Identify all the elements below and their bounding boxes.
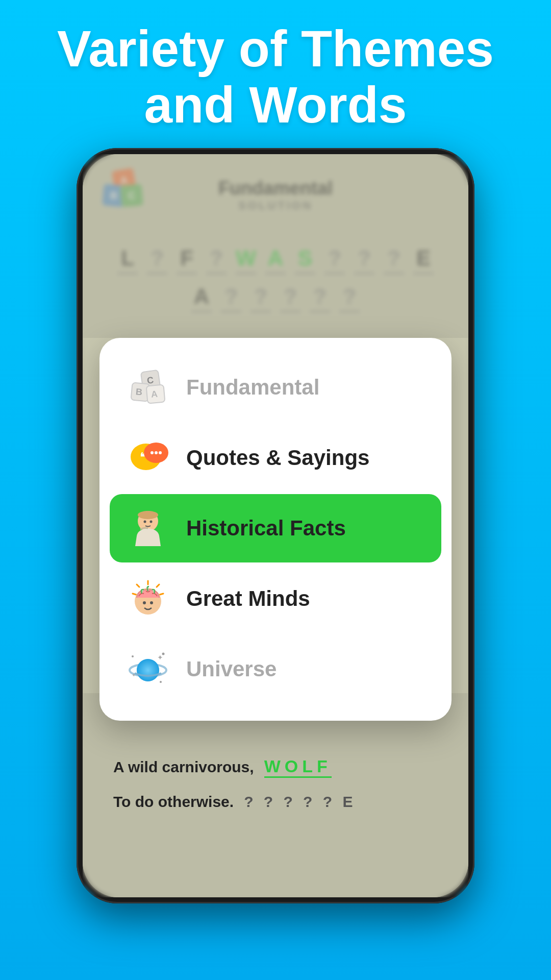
svg-point-17 [150,521,153,523]
clue-1: A wild carnivorous, [113,758,254,776]
header-title: Variety of Themes and Words [57,20,494,133]
historical-icon [125,505,171,551]
menu-item-fundamental[interactable]: C B A Fundamental [110,353,441,422]
svg-point-11 [151,451,154,454]
blur-overlay-bottom: A wild carnivorous, WOLF To do otherwise… [83,693,468,897]
clue-2: To do otherwise. [113,793,234,811]
svg-line-22 [133,594,136,595]
answer-2: ? ? ? ? ? E [244,793,356,811]
theme-menu-modal: C B A Fundamental ❝ [99,338,452,721]
svg-point-24 [143,601,146,604]
universe-label: Universe [186,657,277,681]
bottom-row-2: To do otherwise. ? ? ? ? ? E [113,793,438,811]
historical-label: Historical Facts [186,516,346,541]
menu-item-quotes[interactable]: ❝ Quotes & Sayings [110,424,441,492]
fundamental-icon: C B A [125,364,171,410]
great-minds-icon [125,576,171,622]
svg-point-25 [150,601,153,604]
svg-point-31 [137,659,159,681]
answer-1: WOLF [264,756,332,778]
universe-icon: ✦ ✦ [125,646,171,692]
quotes-label: Quotes & Sayings [186,446,369,470]
svg-point-15 [138,511,158,519]
menu-item-great-minds[interactable]: Great Minds [110,565,441,633]
svg-line-19 [157,584,159,587]
bottom-words: A wild carnivorous, WOLF To do otherwise… [83,746,468,836]
great-minds-label: Great Minds [186,586,310,611]
phone-inner: A B C Fundamental SOLUTION L ? F ? W A S… [83,154,468,897]
svg-point-13 [159,451,162,454]
menu-item-universe[interactable]: ✦ ✦ Universe [110,635,441,703]
quotes-icon: ❝ [125,435,171,481]
svg-point-26 [132,655,134,657]
page-header: Variety of Themes and Words [0,20,551,133]
svg-text:✦: ✦ [157,653,163,662]
svg-text:A: A [151,389,158,400]
svg-text:✦: ✦ [132,672,136,678]
svg-line-21 [160,594,163,595]
svg-line-20 [137,584,139,587]
svg-point-28 [160,681,162,683]
fundamental-label: Fundamental [186,375,319,400]
menu-item-historical[interactable]: Historical Facts [110,494,441,562]
blur-overlay-top [83,154,468,338]
bottom-row-1: A wild carnivorous, WOLF [113,756,438,778]
svg-point-16 [144,521,146,523]
svg-text:B: B [135,386,143,397]
phone-frame: A B C Fundamental SOLUTION L ? F ? W A S… [77,148,474,903]
svg-point-12 [155,451,158,454]
